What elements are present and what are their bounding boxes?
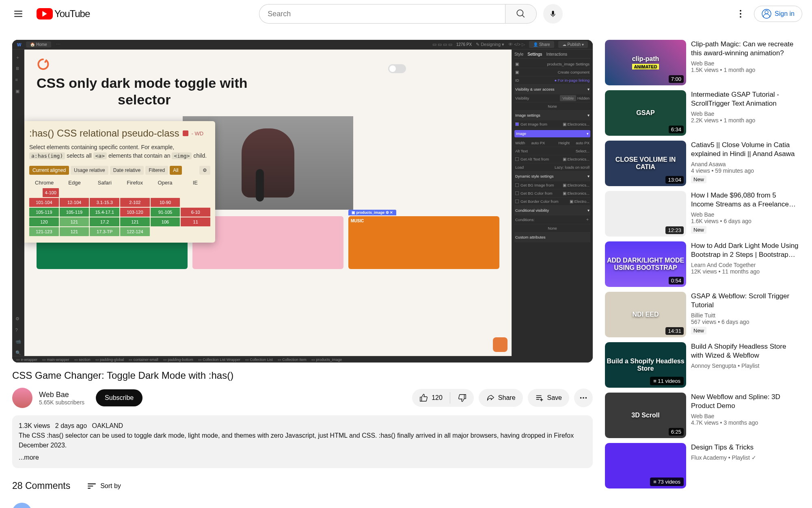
search-button[interactable]: [505, 4, 537, 24]
save-label: Save: [547, 394, 562, 402]
recommendation-thumbnail[interactable]: ADD DARK/LIGHT MODE USING BOOTSTRAP0:54: [605, 241, 686, 287]
video-duration: 6:34: [669, 126, 684, 133]
recommendation-thumbnail[interactable]: NDI EED14:31: [605, 292, 686, 337]
recommendation-channel[interactable]: Anand Asawa: [691, 161, 800, 167]
recommendation-thumbnail[interactable]: 12:23: [605, 191, 686, 237]
search-icon: [516, 9, 526, 19]
recommendation-channel[interactable]: Web Bae: [691, 60, 800, 67]
recommendation-channel[interactable]: Flux Academy • Playlist ✓: [691, 454, 800, 461]
channel-name[interactable]: Web Bae: [39, 391, 84, 399]
recommendation-thumbnail[interactable]: 3D Scroll6:25: [605, 393, 686, 438]
recommendation-item[interactable]: Build a Shopify Headless Store≡ 11 video…: [605, 342, 800, 388]
browser-label: Chrome: [29, 180, 59, 186]
recommendation-item[interactable]: CLOSE VOLUME IN CATIA13:04Catiav5 || Clo…: [605, 141, 800, 186]
share-button[interactable]: Share: [479, 389, 523, 407]
recommendation-views: 1.5K views • 1 month ago: [691, 67, 800, 73]
floating-home-icon: [493, 337, 508, 352]
recommendation-thumbnail[interactable]: GSAP6:34: [605, 90, 686, 136]
browser-label: Opera: [150, 180, 180, 186]
recommendation-channel[interactable]: Web Bae: [691, 413, 800, 419]
recommendation-thumbnail[interactable]: Build a Shopify Headless Store≡ 11 video…: [605, 342, 686, 388]
wf-publish-button: ☁ Publish ▾: [558, 41, 588, 48]
recommendation-item[interactable]: GSAP6:34Intermediate GSAP Tutorial - Scr…: [605, 90, 800, 136]
show-more-button[interactable]: ...more: [19, 453, 586, 462]
caniuse-popup: :has() CSS relational pseudo-class - WD …: [24, 121, 215, 243]
recommendation-title[interactable]: Catiav5 || Close Volume in Catia explain…: [691, 141, 800, 158]
recommendation-title[interactable]: How to Add Dark Light Mode Using Bootstr…: [691, 241, 800, 259]
svg-point-4: [740, 16, 741, 18]
subscriber-count: 5.65K subscribers: [39, 399, 84, 406]
comment-input[interactable]: Add a comment...: [38, 506, 593, 508]
support-cell: 12-104: [60, 198, 89, 207]
recommendation-item[interactable]: 3D Scroll6:25New Webflow and Spline: 3D …: [605, 393, 800, 438]
video-title: CSS Game Changer: Toggle Dark Mode with …: [12, 370, 593, 381]
recommendation-views: 12K views • 11 months ago: [691, 268, 800, 275]
svg-rect-1: [552, 11, 554, 15]
comments-count: 28 Comments: [12, 480, 70, 491]
recommendation-meta: Design Tips & TricksFlux Academy • Playl…: [691, 443, 800, 488]
recommendation-title[interactable]: Clip-path Magic: Can we recreate this aw…: [691, 40, 800, 58]
recommendation-title[interactable]: New Webflow and Spline: 3D Product Demo: [691, 393, 800, 410]
recommendation-channel[interactable]: Learn And Code Together: [691, 262, 800, 268]
support-cell: 6-10: [181, 208, 210, 217]
recommendation-channel[interactable]: Web Bae: [691, 111, 800, 117]
recommendation-item[interactable]: NDI EED14:31GSAP & Webflow: Scroll Trigg…: [605, 292, 800, 337]
subscribe-button[interactable]: Subscribe: [96, 389, 143, 406]
search-input[interactable]: [259, 4, 505, 24]
channel-avatar[interactable]: [12, 388, 32, 408]
recommendation-channel[interactable]: Billie Tuitt: [691, 312, 800, 319]
save-button[interactable]: Save: [528, 389, 569, 407]
like-dislike-group: 120: [412, 389, 474, 407]
video-player[interactable]: W 🏠 Home ⋯ ▭ ▭ ▭ ▭ 1276 PX ✎ Designing ▾…: [12, 40, 593, 363]
channel-info: Web Bae 5.65K subscribers Subscribe: [12, 388, 143, 408]
browser-label: Firefox: [120, 180, 150, 186]
recommendation-title[interactable]: Intermediate GSAP Tutorial - ScrollTrigg…: [691, 90, 800, 108]
svg-point-3: [740, 13, 741, 15]
recommendation-thumbnail[interactable]: CLOSE VOLUME IN CATIA13:04: [605, 141, 686, 186]
video-duration: 7:00: [669, 75, 684, 83]
svg-point-0: [517, 10, 523, 16]
spec-badge-icon: [183, 130, 188, 136]
recommendation-title[interactable]: Build A Shopify Headless Store with Wize…: [691, 342, 800, 360]
youtube-logo[interactable]: YouTube: [37, 8, 90, 20]
breadcrumb-item: ▭ Collection List Wrapper: [198, 358, 240, 362]
recommendation-item[interactable]: ≡ 73 videosDesign Tips & TricksFlux Acad…: [605, 443, 800, 488]
support-cell: 11: [181, 217, 210, 226]
support-cell: 2-102: [120, 198, 150, 207]
webflow-canvas: CSS only dark mode toggle with selector: [24, 50, 512, 356]
recommendation-meta: Intermediate GSAP Tutorial - ScrollTrigg…: [691, 90, 800, 136]
recommendation-thumbnail[interactable]: ≡ 73 videos: [605, 443, 686, 488]
signin-button[interactable]: Sign in: [754, 6, 802, 22]
dislike-button[interactable]: [450, 389, 474, 407]
location-tag: OAKLAND: [92, 422, 123, 429]
microphone-icon: [549, 10, 557, 18]
recommendation-thumbnail[interactable]: clip-pathANIMATED7:00: [605, 40, 686, 85]
support-cell: 91-105: [151, 208, 180, 217]
logo-text: YouTube: [54, 8, 90, 20]
recommendation-views: 567 views • 6 days ago: [691, 319, 800, 325]
svg-point-8: [583, 397, 584, 399]
sort-comments-button[interactable]: Sort by: [86, 481, 121, 491]
settings-menu-button[interactable]: [732, 5, 749, 22]
recommendation-title[interactable]: GSAP & Webflow: Scroll Trigger Tutorial: [691, 292, 800, 310]
recommendation-item[interactable]: ADD DARK/LIGHT MODE USING BOOTSTRAP0:54H…: [605, 241, 800, 287]
recommendation-item[interactable]: 12:23How I Made $96,080 from 5 Income St…: [605, 191, 800, 237]
recommendation-channel[interactable]: Web Bae: [691, 211, 800, 218]
recommendation-item[interactable]: clip-pathANIMATED7:00Clip-path Magic: Ca…: [605, 40, 800, 85]
more-actions-button[interactable]: [574, 389, 593, 407]
voice-search-button[interactable]: [543, 4, 563, 24]
recommendation-channel[interactable]: Aonnoy Sengupta • Playlist: [691, 363, 800, 369]
main-content: W 🏠 Home ⋯ ▭ ▭ ▭ ▭ 1276 PX ✎ Designing ▾…: [0, 28, 812, 508]
recommendation-title[interactable]: How I Made $96,080 from 5 Income Streams…: [691, 191, 800, 209]
recommendation-title[interactable]: Design Tips & Tricks: [691, 443, 800, 452]
like-button[interactable]: 120: [412, 389, 450, 407]
support-cell: 121-123: [29, 227, 59, 236]
page-crumb: 🏠 Home: [26, 41, 51, 48]
support-cell: [60, 188, 89, 197]
caniuse-title-text: :has() CSS relational pseudo-class: [29, 128, 179, 139]
new-badge: New: [691, 176, 706, 183]
recommendation-views: 1.6K views • 6 days ago: [691, 218, 800, 224]
header-left: YouTube: [10, 5, 90, 22]
hamburger-menu-button[interactable]: [10, 5, 27, 22]
description-box[interactable]: 1.3K views 2 days ago OAKLAND The CSS :h…: [12, 415, 593, 468]
